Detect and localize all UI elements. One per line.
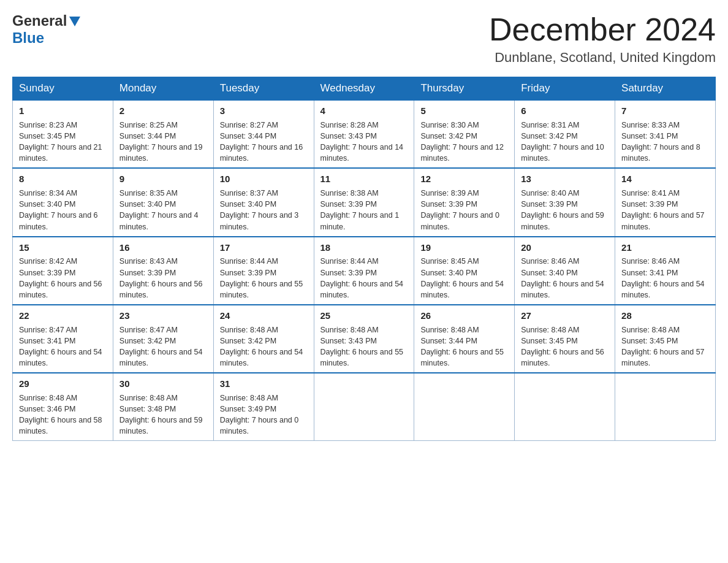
sunrise-label: Sunrise: 8:30 AM (420, 121, 479, 129)
sunset-label: Sunset: 3:40 PM (19, 200, 75, 209)
day-number: 9 (119, 172, 207, 186)
sunrise-label: Sunrise: 8:44 AM (320, 257, 379, 266)
calendar-cell: 11Sunrise: 8:38 AMSunset: 3:39 PMDayligh… (314, 168, 414, 236)
sunrise-label: Sunrise: 8:46 AM (621, 257, 680, 266)
col-header-thursday: Thursday (414, 77, 515, 101)
sunrise-label: Sunrise: 8:38 AM (320, 189, 379, 197)
daylight-label: Daylight: 6 hours and 54 minutes. (119, 348, 203, 367)
sunrise-label: Sunrise: 8:25 AM (119, 121, 178, 129)
sunrise-label: Sunrise: 8:31 AM (521, 121, 579, 129)
calendar-cell: 19Sunrise: 8:45 AMSunset: 3:40 PMDayligh… (414, 237, 515, 305)
day-number: 5 (420, 104, 508, 118)
day-number: 27 (521, 309, 609, 323)
calendar-cell: 31Sunrise: 8:48 AMSunset: 3:49 PMDayligh… (213, 373, 314, 441)
week-row-2: 8Sunrise: 8:34 AMSunset: 3:40 PMDaylight… (13, 168, 716, 236)
day-number: 28 (621, 309, 709, 323)
col-header-wednesday: Wednesday (314, 77, 414, 101)
day-number: 20 (521, 241, 609, 255)
daylight-label: Daylight: 6 hours and 54 minutes. (621, 280, 705, 299)
calendar-cell: 18Sunrise: 8:44 AMSunset: 3:39 PMDayligh… (314, 237, 414, 305)
page-header: General Blue December 2024 Dunblane, Sco… (12, 12, 716, 66)
daylight-label: Daylight: 6 hours and 54 minutes. (220, 348, 303, 367)
sunrise-label: Sunrise: 8:45 AM (420, 257, 479, 266)
svg-marker-0 (69, 17, 80, 26)
day-number: 24 (220, 309, 308, 323)
sunrise-label: Sunrise: 8:41 AM (621, 189, 680, 197)
daylight-label: Daylight: 7 hours and 8 minutes. (621, 143, 700, 163)
daylight-label: Daylight: 7 hours and 0 minutes. (220, 416, 299, 435)
day-number: 26 (420, 309, 508, 323)
sunset-label: Sunset: 3:44 PM (420, 337, 477, 345)
daylight-label: Daylight: 6 hours and 57 minutes. (621, 211, 705, 231)
sunset-label: Sunset: 3:41 PM (621, 269, 678, 277)
daylight-label: Daylight: 7 hours and 19 minutes. (119, 143, 203, 163)
daylight-label: Daylight: 6 hours and 59 minutes. (521, 211, 604, 231)
daylight-label: Daylight: 7 hours and 6 minutes. (19, 211, 98, 231)
daylight-label: Daylight: 6 hours and 56 minutes. (119, 280, 203, 299)
daylight-label: Daylight: 6 hours and 59 minutes. (119, 416, 203, 435)
sunset-label: Sunset: 3:42 PM (220, 337, 276, 345)
sunset-label: Sunset: 3:44 PM (119, 132, 176, 140)
logo-blue-text: Blue (12, 29, 44, 46)
sunset-label: Sunset: 3:48 PM (119, 405, 176, 413)
calendar-cell: 2Sunrise: 8:25 AMSunset: 3:44 PMDaylight… (113, 100, 213, 168)
sunrise-label: Sunrise: 8:39 AM (420, 189, 479, 197)
col-header-friday: Friday (515, 77, 615, 101)
calendar-cell: 24Sunrise: 8:48 AMSunset: 3:42 PMDayligh… (213, 305, 314, 373)
col-header-tuesday: Tuesday (213, 77, 314, 101)
sunset-label: Sunset: 3:39 PM (320, 269, 377, 277)
sunrise-label: Sunrise: 8:48 AM (320, 326, 379, 334)
daylight-label: Daylight: 6 hours and 55 minutes. (220, 280, 303, 299)
day-number: 14 (621, 172, 709, 186)
location-text: Dunblane, Scotland, United Kingdom (489, 50, 716, 66)
sunset-label: Sunset: 3:43 PM (320, 337, 377, 345)
sunset-label: Sunset: 3:39 PM (19, 269, 75, 277)
sunset-label: Sunset: 3:44 PM (220, 132, 276, 140)
week-row-3: 15Sunrise: 8:42 AMSunset: 3:39 PMDayligh… (13, 237, 716, 305)
sunrise-label: Sunrise: 8:43 AM (119, 257, 178, 266)
calendar-cell: 27Sunrise: 8:48 AMSunset: 3:45 PMDayligh… (515, 305, 615, 373)
daylight-label: Daylight: 6 hours and 54 minutes. (420, 280, 504, 299)
calendar-cell: 22Sunrise: 8:47 AMSunset: 3:41 PMDayligh… (13, 305, 113, 373)
calendar-cell: 17Sunrise: 8:44 AMSunset: 3:39 PMDayligh… (213, 237, 314, 305)
sunset-label: Sunset: 3:45 PM (19, 132, 75, 140)
month-title: December 2024 (489, 12, 716, 47)
sunrise-label: Sunrise: 8:23 AM (19, 121, 77, 129)
sunrise-label: Sunrise: 8:34 AM (19, 189, 77, 197)
daylight-label: Daylight: 6 hours and 55 minutes. (420, 348, 504, 367)
calendar-cell: 21Sunrise: 8:46 AMSunset: 3:41 PMDayligh… (615, 237, 716, 305)
sunrise-label: Sunrise: 8:47 AM (19, 326, 77, 334)
week-row-5: 29Sunrise: 8:48 AMSunset: 3:46 PMDayligh… (13, 373, 716, 441)
day-number: 8 (19, 172, 107, 186)
calendar-cell: 28Sunrise: 8:48 AMSunset: 3:45 PMDayligh… (615, 305, 716, 373)
calendar-cell: 6Sunrise: 8:31 AMSunset: 3:42 PMDaylight… (515, 100, 615, 168)
calendar-cell (615, 373, 716, 441)
calendar-cell: 26Sunrise: 8:48 AMSunset: 3:44 PMDayligh… (414, 305, 515, 373)
daylight-label: Daylight: 7 hours and 1 minute. (320, 211, 400, 231)
calendar-cell: 23Sunrise: 8:47 AMSunset: 3:42 PMDayligh… (113, 305, 213, 373)
sunrise-label: Sunrise: 8:44 AM (220, 257, 278, 266)
calendar-cell: 13Sunrise: 8:40 AMSunset: 3:39 PMDayligh… (515, 168, 615, 236)
sunrise-label: Sunrise: 8:35 AM (119, 189, 178, 197)
sunrise-label: Sunrise: 8:42 AM (19, 257, 77, 266)
sunset-label: Sunset: 3:39 PM (119, 269, 176, 277)
day-number: 16 (119, 241, 207, 255)
sunrise-label: Sunrise: 8:37 AM (220, 189, 278, 197)
daylight-label: Daylight: 6 hours and 57 minutes. (621, 348, 705, 367)
daylight-label: Daylight: 7 hours and 16 minutes. (220, 143, 303, 163)
day-number: 21 (621, 241, 709, 255)
sunrise-label: Sunrise: 8:48 AM (521, 326, 579, 334)
day-number: 11 (320, 172, 408, 186)
calendar-cell: 4Sunrise: 8:28 AMSunset: 3:43 PMDaylight… (314, 100, 414, 168)
day-number: 29 (19, 377, 107, 391)
daylight-label: Daylight: 7 hours and 14 minutes. (320, 143, 404, 163)
day-number: 17 (220, 241, 308, 255)
day-number: 4 (320, 104, 408, 118)
sunset-label: Sunset: 3:46 PM (19, 405, 75, 413)
calendar-cell: 5Sunrise: 8:30 AMSunset: 3:42 PMDaylight… (414, 100, 515, 168)
sunset-label: Sunset: 3:43 PM (320, 132, 377, 140)
week-row-4: 22Sunrise: 8:47 AMSunset: 3:41 PMDayligh… (13, 305, 716, 373)
sunrise-label: Sunrise: 8:48 AM (220, 326, 278, 334)
daylight-label: Daylight: 6 hours and 56 minutes. (19, 280, 102, 299)
day-number: 30 (119, 377, 207, 391)
